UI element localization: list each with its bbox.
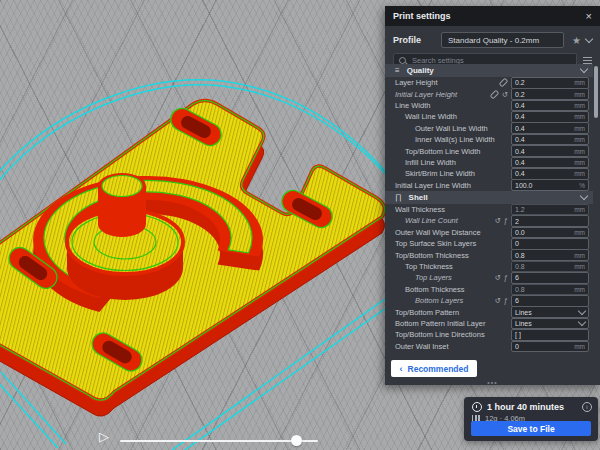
info-icon[interactable]: i bbox=[582, 402, 592, 412]
setting-value-field[interactable]: 0.2mm bbox=[511, 88, 589, 100]
setting-row: Infill Line Width0.4mm bbox=[385, 157, 593, 168]
setting-value-field[interactable]: [ ] bbox=[511, 329, 589, 341]
setting-value-field[interactable]: 0.4mm bbox=[511, 134, 589, 146]
setting-label: Outer Wall Wipe Distance bbox=[395, 228, 508, 237]
setting-unit: mm bbox=[574, 91, 585, 98]
setting-value-field[interactable]: 6 bbox=[511, 272, 589, 284]
setting-value-field[interactable]: 100.0% bbox=[511, 179, 589, 191]
setting-value: 0.4 bbox=[515, 159, 574, 166]
setting-row: Skirt/Brim Line Width0.4mm bbox=[385, 168, 593, 179]
setting-value: 0.4 bbox=[515, 148, 574, 155]
setting-unit: mm bbox=[574, 102, 585, 109]
setting-label: Top/Bottom Line Width bbox=[395, 147, 508, 156]
setting-unit: mm bbox=[574, 206, 585, 213]
setting-unit: mm bbox=[574, 229, 585, 236]
shell-icon: ∏ bbox=[395, 193, 402, 202]
setting-value-field[interactable]: 0.0mm bbox=[511, 227, 589, 239]
chevron-down-icon[interactable] bbox=[580, 192, 588, 200]
search-icon bbox=[399, 57, 406, 64]
chevron-down-icon[interactable] bbox=[580, 65, 588, 73]
setting-value-field[interactable]: 0.8mm bbox=[511, 284, 589, 296]
setting-unit: mm bbox=[574, 79, 585, 86]
setting-label: Outer Wall Inset bbox=[395, 342, 508, 351]
star-icon[interactable]: ★ bbox=[572, 35, 581, 46]
setting-value-field[interactable]: 0.4mm bbox=[511, 168, 589, 180]
setting-unit: mm bbox=[574, 136, 585, 143]
chevron-left-icon: ‹ bbox=[400, 364, 403, 374]
chevron-down-icon bbox=[578, 318, 586, 326]
recommended-button[interactable]: ‹ Recommended bbox=[391, 360, 477, 377]
setting-row: Line Width0.4mm bbox=[385, 100, 593, 111]
setting-row: Wall Line Width0.4mm bbox=[385, 111, 593, 122]
setting-dropdown[interactable]: Lines bbox=[511, 306, 589, 318]
setting-value-field[interactable]: 1.2mm bbox=[511, 204, 589, 216]
setting-label: Layer Height bbox=[395, 78, 496, 87]
setting-value: 0 bbox=[515, 240, 585, 247]
setting-value-field[interactable]: 0 bbox=[511, 238, 589, 250]
setting-value-field[interactable]: 0.4mm bbox=[511, 145, 589, 157]
setting-value-field[interactable]: 0mm bbox=[511, 341, 589, 353]
link-icon[interactable] bbox=[499, 78, 509, 88]
scrollbar-thumb[interactable] bbox=[594, 66, 598, 118]
setting-unit: mm bbox=[574, 159, 585, 166]
revert-icon[interactable]: ↺ bbox=[495, 274, 501, 281]
calculated-icon[interactable]: ƒ bbox=[504, 217, 508, 224]
setting-value: 6 bbox=[515, 274, 585, 281]
panel-header[interactable]: Print settings × bbox=[385, 6, 600, 26]
panel-title: Print settings bbox=[393, 11, 586, 21]
setting-value-field[interactable]: 0.8mm bbox=[511, 249, 589, 261]
settings-list: ≡QualityLayer Height0.2mmInitial Layer H… bbox=[385, 64, 593, 352]
setting-value-field[interactable]: 0.4mm bbox=[511, 100, 589, 112]
setting-value: 0.8 bbox=[515, 252, 574, 259]
setting-value: 0 bbox=[515, 343, 574, 350]
setting-value-field[interactable]: 0.8mm bbox=[511, 261, 589, 273]
setting-label: Top/Bottom Pattern bbox=[395, 308, 508, 317]
setting-row: Top Surface Skin Layers0 bbox=[385, 238, 593, 249]
calculated-icon[interactable]: ƒ bbox=[504, 274, 508, 281]
setting-label: Top Surface Skin Layers bbox=[395, 239, 508, 248]
revert-icon[interactable]: ↺ bbox=[495, 297, 501, 304]
setting-value: 1.2 bbox=[515, 206, 574, 213]
play-button[interactable]: ▷ bbox=[99, 430, 109, 444]
revert-icon[interactable]: ↺ bbox=[502, 91, 508, 98]
setting-value-field[interactable]: 6 bbox=[511, 295, 589, 307]
layer-slider-handle[interactable] bbox=[291, 435, 302, 446]
setting-label: Skirt/Brim Line Width bbox=[395, 169, 508, 178]
setting-value-field[interactable]: 0.4mm bbox=[511, 157, 589, 169]
setting-row: Top Layers↺ƒ6 bbox=[385, 272, 593, 283]
setting-unit: mm bbox=[574, 125, 585, 132]
revert-icon[interactable]: ↺ bbox=[495, 217, 501, 224]
setting-row: Top/Bottom Line Directions[ ] bbox=[385, 329, 593, 340]
chevron-down-icon[interactable] bbox=[585, 34, 593, 42]
print-time: 1 hour 40 minutes bbox=[487, 402, 564, 412]
close-icon[interactable]: × bbox=[586, 11, 592, 21]
setting-value: 0.4 bbox=[515, 125, 574, 132]
setting-row: Bottom Layers↺ƒ6 bbox=[385, 295, 593, 306]
setting-row: Initial Layer Height↺0.2mm bbox=[385, 88, 593, 99]
layer-slider-track[interactable] bbox=[120, 440, 318, 442]
panel-drag-handle[interactable]: ••• bbox=[385, 379, 600, 386]
quality-icon: ≡ bbox=[395, 66, 400, 75]
setting-value-field[interactable]: 0.4mm bbox=[511, 122, 589, 134]
print-job-summary: 1 hour 40 minutes i 12g · 4.06m Save to … bbox=[464, 397, 598, 441]
setting-row: Outer Wall Wipe Distance0.0mm bbox=[385, 227, 593, 238]
setting-value: 0.4 bbox=[515, 136, 574, 143]
setting-label: Initial Layer Line Width bbox=[395, 181, 508, 190]
setting-label: Bottom Pattern Initial Layer bbox=[395, 319, 508, 328]
profile-dropdown[interactable]: Standard Quality - 0.2mm bbox=[441, 32, 564, 48]
section-header-quality[interactable]: ≡Quality bbox=[385, 64, 593, 77]
setting-value-field[interactable]: 2 bbox=[511, 215, 589, 227]
setting-row: Layer Height0.2mm bbox=[385, 77, 593, 88]
setting-row: Top/Bottom PatternLines bbox=[385, 306, 593, 317]
setting-value: 0.4 bbox=[515, 102, 574, 109]
setting-value-field[interactable]: 0.4mm bbox=[511, 111, 589, 123]
link-icon[interactable] bbox=[489, 89, 499, 99]
setting-dropdown[interactable]: Lines bbox=[511, 318, 589, 330]
setting-label: Outer Wall Line Width bbox=[395, 124, 508, 133]
save-to-file-button[interactable]: Save to File bbox=[471, 421, 591, 436]
setting-label: Bottom Layers bbox=[395, 296, 492, 305]
calculated-icon[interactable]: ƒ bbox=[504, 297, 508, 304]
setting-value: 0.8 bbox=[515, 263, 574, 270]
setting-value-field[interactable]: 0.2mm bbox=[511, 77, 589, 89]
section-header-shell[interactable]: ∏Shell bbox=[385, 191, 593, 204]
